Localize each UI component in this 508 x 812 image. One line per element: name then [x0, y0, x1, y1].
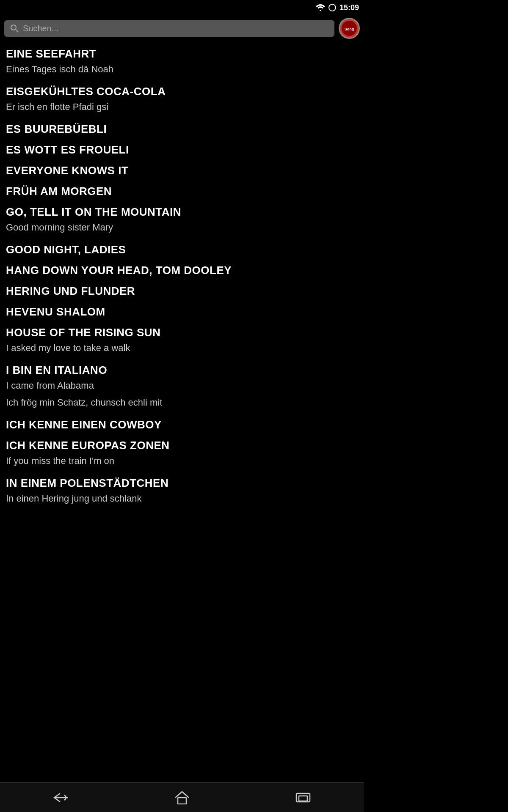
search-input[interactable] — [23, 24, 329, 33]
song-subtitle[interactable]: Er isch en flotte Pfadi gsi — [6, 100, 358, 117]
song-title[interactable]: HERING UND FLUNDER — [6, 279, 358, 299]
back-icon — [52, 792, 69, 804]
song-subtitle[interactable]: Good morning sister Mary — [6, 220, 358, 237]
song-title[interactable]: ICH KENNE EUROPAS ZONEN — [6, 433, 358, 454]
home-button[interactable] — [166, 787, 198, 809]
search-bar: Song — [0, 15, 364, 41]
song-title[interactable]: EVERYONE KNOWS IT — [6, 158, 358, 179]
svg-rect-6 — [178, 798, 186, 804]
back-button[interactable] — [44, 787, 78, 808]
search-icon — [10, 24, 19, 33]
target-icon — [329, 4, 336, 11]
svg-point-0 — [320, 10, 321, 11]
recents-button[interactable] — [286, 787, 320, 808]
song-title[interactable]: ICH KENNE EINEN COWBOY — [6, 412, 358, 433]
recents-icon — [295, 792, 312, 804]
logo-button[interactable]: Song — [339, 18, 360, 39]
svg-rect-8 — [299, 796, 307, 801]
song-title[interactable]: FRÜH AM MORGEN — [6, 179, 358, 200]
logo-inner: Song — [340, 19, 359, 38]
svg-line-2 — [16, 30, 18, 32]
status-time: 15:09 — [340, 3, 359, 12]
song-title[interactable]: ES WOTT ES FROUELI — [6, 137, 358, 158]
song-title[interactable]: I BIN EN ITALIANO — [6, 358, 358, 379]
song-title[interactable]: EINE SEEFAHRT — [6, 41, 358, 62]
svg-point-1 — [11, 25, 16, 30]
status-bar: 15:09 — [0, 0, 364, 15]
wifi-icon — [316, 4, 325, 11]
search-input-wrapper[interactable] — [4, 20, 334, 37]
song-title[interactable]: IN EINEM POLENSTÄDTCHEN — [6, 471, 358, 491]
song-title[interactable]: GO, TELL IT ON THE MOUNTAIN — [6, 200, 358, 220]
home-icon — [174, 791, 190, 804]
song-subtitle[interactable]: In einen Hering jung und schlank — [6, 491, 358, 508]
song-title[interactable]: HOUSE OF THE RISING SUN — [6, 320, 358, 341]
song-subtitle[interactable]: If you miss the train I'm on — [6, 454, 358, 471]
bottom-nav — [0, 782, 364, 812]
status-icons: 15:09 — [316, 3, 359, 12]
song-title[interactable]: GOOD NIGHT, LADIES — [6, 237, 358, 258]
song-title[interactable]: HEVENU SHALOM — [6, 299, 358, 320]
song-subtitle[interactable]: I asked my love to take a walk — [6, 341, 358, 358]
song-title[interactable]: HANG DOWN YOUR HEAD, TOM DOOLEY — [6, 258, 358, 279]
svg-text:Song: Song — [345, 27, 354, 31]
song-subtitle[interactable]: I came from Alabama — [6, 379, 358, 395]
song-subtitle[interactable]: Eines Tages isch dä Noah — [6, 62, 358, 79]
song-title[interactable]: EISGEKÜHLTES COCA-COLA — [6, 79, 358, 100]
song-title[interactable]: ES BUUREBÜEBLI — [6, 117, 358, 137]
song-subtitle[interactable]: Ich frög min Schatz, chunsch echli mit — [6, 395, 358, 412]
song-list: EINE SEEFAHRTEines Tages isch dä NoahEIS… — [0, 41, 364, 508]
